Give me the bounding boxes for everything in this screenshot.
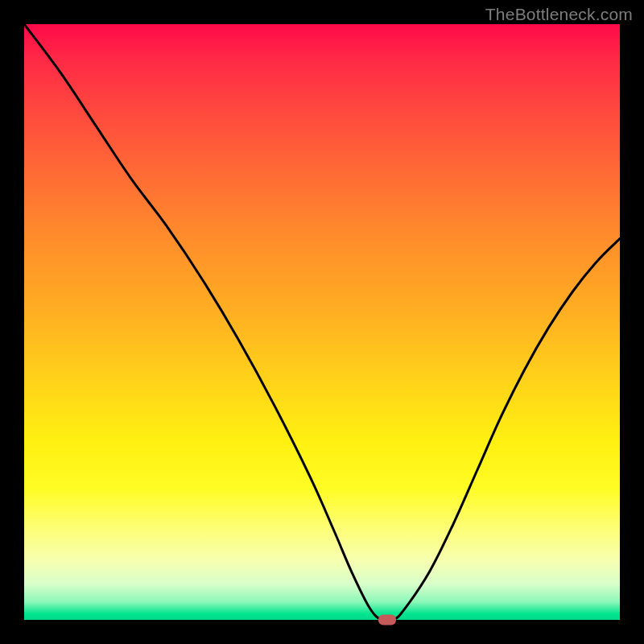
watermark-text: TheBottleneck.com (485, 5, 633, 24)
optimal-marker (378, 615, 396, 625)
plot-area (24, 24, 620, 620)
bottleneck-curve (24, 24, 620, 620)
curve-svg (24, 24, 620, 620)
chart-frame: TheBottleneck.com (0, 0, 644, 644)
